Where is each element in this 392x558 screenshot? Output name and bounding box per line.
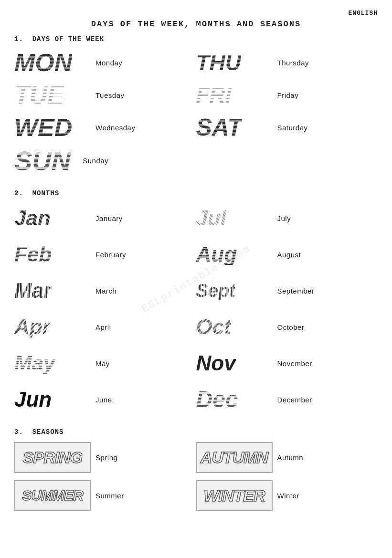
dec-abbr-img: Dec — [196, 388, 273, 411]
sun-abbr: SUN — [14, 145, 71, 176]
thu-abbr: THU — [196, 52, 242, 74]
oct-abbr: Oct — [196, 316, 231, 337]
days-section-title: 1. DAYS OF THE WEEK — [14, 35, 378, 43]
sept-abbr-img: Sept — [196, 282, 273, 300]
month-row-sept: Sept September — [196, 274, 378, 307]
months-right-col: Jul July Aug August Sept September Oct — [196, 202, 378, 420]
tue-full: Tuesday — [91, 91, 196, 99]
jan-abbr-img: Jan — [14, 208, 91, 229]
aug-abbr: Aug — [196, 244, 237, 265]
thu-abbr-img: THU — [196, 52, 273, 74]
fri-abbr: FRI — [196, 84, 232, 106]
sat-full: Saturday — [273, 124, 378, 132]
apr-full: April — [91, 323, 196, 331]
season-row-spring: SPRING Spring — [14, 441, 196, 474]
summer-img-box: SUMMER — [14, 480, 91, 511]
jun-abbr: Jun — [14, 389, 52, 410]
fri-full: Friday — [273, 91, 378, 99]
days-section: 1. DAYS OF THE WEEK MON Monday TUE Tuesd… — [14, 35, 378, 181]
seasons-columns: SPRING Spring SUMMER Summer AUTUMN Autum… — [14, 441, 378, 517]
month-row-dec: Dec December — [196, 383, 378, 416]
spring-full: Spring — [91, 453, 196, 462]
day-row-tue: TUE Tuesday — [14, 80, 196, 110]
thu-full: Thursday — [273, 59, 378, 67]
nov-full: November — [273, 359, 378, 368]
may-abbr: May — [14, 353, 55, 374]
right-days: THU Thursday FRI Friday SAT Saturday — [196, 48, 378, 181]
autumn-full: Autumn — [273, 453, 378, 462]
tue-abbr-img: TUE — [14, 83, 91, 107]
season-row-winter: WINTER Winter — [196, 479, 378, 512]
mon-abbr: MON — [14, 50, 72, 75]
months-left-col: Jan January Feb February Mar March Apr — [14, 202, 196, 420]
jun-full: June — [91, 396, 196, 404]
month-row-oct: Oct October — [196, 311, 378, 343]
language-label: ENGLISH — [14, 10, 378, 17]
may-full: May — [91, 359, 196, 368]
mon-abbr-img: MON — [14, 50, 91, 75]
month-row-nov: Nov November — [196, 347, 378, 379]
autumn-img-box: AUTUMN — [196, 442, 273, 473]
main-title: DAYS OF THE WEEK, MONTHS AND SEASONS — [14, 20, 378, 29]
mar-abbr-img: Mar — [14, 280, 91, 301]
dec-full: December — [273, 396, 378, 404]
months-section-title: 2. MONTHS — [14, 190, 378, 197]
feb-abbr: Feb — [14, 244, 52, 265]
month-row-jan: Jan January — [14, 202, 196, 234]
wed-full: Wednesday — [91, 124, 196, 132]
summer-abbr: SUMMER — [22, 487, 83, 504]
autumn-abbr: AUTUMN — [201, 448, 268, 467]
mar-abbr: Mar — [14, 280, 52, 301]
day-row-wed: WED Wednesday — [14, 113, 196, 142]
months-section: 2. MONTHS Jan January Feb February Mar — [14, 190, 378, 420]
sept-full: September — [273, 287, 378, 295]
seasons-section: 3. SEASONS SPRING Spring SUMMER Summer — [14, 428, 378, 517]
sun-full: Sunday — [80, 157, 196, 165]
spring-abbr: SPRING — [23, 448, 82, 467]
sat-abbr: SAT — [196, 116, 242, 139]
month-row-may: May May — [14, 347, 196, 379]
nov-abbr-img: Nov — [196, 353, 273, 374]
apr-abbr-img: Apr — [14, 316, 91, 337]
feb-abbr-img: Feb — [14, 244, 91, 265]
nov-abbr: Nov — [196, 353, 236, 374]
apr-abbr: Apr — [14, 316, 51, 337]
seasons-right-col: AUTUMN Autumn WINTER Winter — [196, 441, 378, 517]
sat-abbr-img: SAT — [196, 116, 273, 139]
wed-abbr: WED — [14, 115, 72, 140]
jul-abbr: Jul — [196, 208, 227, 229]
wed-abbr-img: WED — [14, 115, 91, 140]
days-columns: MON Monday TUE Tuesday WED Wednesday SUN… — [14, 48, 378, 181]
seasons-left-col: SPRING Spring SUMMER Summer — [14, 441, 196, 517]
day-row-thu: THU Thursday — [196, 48, 378, 77]
month-row-apr: Apr April — [14, 311, 196, 343]
month-row-mar: Mar March — [14, 274, 196, 307]
dec-abbr: Dec — [196, 388, 238, 411]
sun-row: SUN Sunday — [14, 145, 196, 176]
spring-img-box: SPRING — [14, 442, 91, 473]
day-row-sat: SAT Saturday — [196, 113, 378, 142]
winter-abbr: WINTER — [203, 486, 265, 505]
jun-abbr-img: Jun — [14, 389, 91, 410]
jul-full: July — [273, 214, 378, 222]
season-row-summer: SUMMER Summer — [14, 479, 196, 512]
oct-full: October — [273, 323, 378, 331]
tue-abbr: TUE — [14, 83, 64, 107]
month-row-feb: Feb February — [14, 238, 196, 271]
season-row-autumn: AUTUMN Autumn — [196, 441, 378, 474]
jul-abbr-img: Jul — [196, 208, 273, 229]
may-abbr-img: May — [14, 353, 91, 374]
winter-img-box: WINTER — [196, 480, 273, 511]
feb-full: February — [91, 251, 196, 259]
day-row-fri: FRI Friday — [196, 80, 378, 110]
oct-abbr-img: Oct — [196, 316, 273, 337]
aug-abbr-img: Aug — [196, 244, 273, 265]
jan-abbr: Jan — [14, 208, 51, 229]
mar-full: March — [91, 287, 196, 295]
months-columns: Jan January Feb February Mar March Apr — [14, 202, 378, 420]
summer-full: Summer — [91, 492, 196, 500]
month-row-jul: Jul July — [196, 202, 378, 234]
winter-full: Winter — [273, 492, 378, 500]
mon-full: Monday — [91, 59, 196, 67]
seasons-section-title: 3. SEASONS — [14, 428, 378, 436]
